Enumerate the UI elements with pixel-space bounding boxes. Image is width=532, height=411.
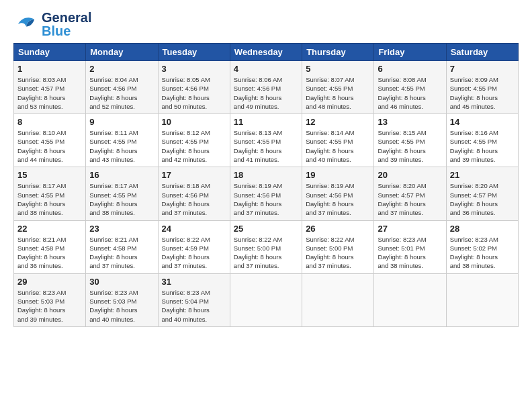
day-cell: 18 Sunrise: 8:19 AMSunset: 4:56 PMDaylig… bbox=[230, 167, 302, 220]
day-cell: 5 Sunrise: 8:07 AMSunset: 4:55 PMDayligh… bbox=[302, 61, 374, 114]
day-number: 22 bbox=[17, 224, 82, 234]
header-saturday: Saturday bbox=[446, 44, 518, 61]
day-number: 12 bbox=[306, 117, 370, 127]
week-row-4: 22 Sunrise: 8:21 AMSunset: 4:58 PMDaylig… bbox=[14, 220, 519, 273]
day-number: 30 bbox=[89, 277, 154, 287]
header-thursday: Thursday bbox=[302, 44, 374, 61]
header-monday: Monday bbox=[86, 44, 158, 61]
header-tuesday: Tuesday bbox=[158, 44, 230, 61]
day-number: 23 bbox=[89, 224, 154, 234]
day-cell bbox=[374, 273, 446, 326]
day-detail: Sunrise: 8:15 AMSunset: 4:55 PMDaylight:… bbox=[378, 128, 442, 164]
day-number: 1 bbox=[17, 64, 82, 74]
day-number: 25 bbox=[234, 224, 298, 234]
day-cell bbox=[302, 273, 374, 326]
day-number: 20 bbox=[378, 170, 442, 180]
day-detail: Sunrise: 8:21 AMSunset: 4:58 PMDaylight:… bbox=[89, 235, 154, 271]
day-number: 11 bbox=[234, 117, 298, 127]
day-detail: Sunrise: 8:14 AMSunset: 4:55 PMDaylight:… bbox=[306, 128, 370, 164]
day-detail: Sunrise: 8:10 AMSunset: 4:55 PMDaylight:… bbox=[17, 128, 82, 164]
day-cell: 21 Sunrise: 8:20 AMSunset: 4:57 PMDaylig… bbox=[446, 167, 518, 220]
calendar-table: Sunday Monday Tuesday Wednesday Thursday… bbox=[13, 43, 519, 327]
day-number: 19 bbox=[306, 170, 370, 180]
day-cell bbox=[446, 273, 518, 326]
day-detail: Sunrise: 8:05 AMSunset: 4:56 PMDaylight:… bbox=[162, 75, 226, 111]
day-cell: 9 Sunrise: 8:11 AMSunset: 4:55 PMDayligh… bbox=[86, 114, 158, 167]
day-detail: Sunrise: 8:21 AMSunset: 4:58 PMDaylight:… bbox=[17, 235, 82, 271]
day-cell: 19 Sunrise: 8:19 AMSunset: 4:56 PMDaylig… bbox=[302, 167, 374, 220]
day-detail: Sunrise: 8:03 AMSunset: 4:57 PMDaylight:… bbox=[17, 75, 82, 111]
day-detail: Sunrise: 8:17 AMSunset: 4:55 PMDaylight:… bbox=[89, 181, 154, 217]
day-number: 26 bbox=[306, 224, 370, 234]
day-detail: Sunrise: 8:23 AMSunset: 5:03 PMDaylight:… bbox=[89, 288, 154, 324]
logo-text-block: General Blue bbox=[42, 11, 91, 38]
day-detail: Sunrise: 8:23 AMSunset: 5:04 PMDaylight:… bbox=[162, 288, 226, 324]
day-detail: Sunrise: 8:04 AMSunset: 4:56 PMDaylight:… bbox=[89, 75, 154, 111]
day-number: 8 bbox=[17, 117, 82, 127]
day-cell: 14 Sunrise: 8:16 AMSunset: 4:55 PMDaylig… bbox=[446, 114, 518, 167]
day-cell: 7 Sunrise: 8:09 AMSunset: 4:55 PMDayligh… bbox=[446, 61, 518, 114]
logo-icon bbox=[13, 11, 39, 37]
day-number: 9 bbox=[89, 117, 154, 127]
day-cell: 27 Sunrise: 8:23 AMSunset: 5:01 PMDaylig… bbox=[374, 220, 446, 273]
weekday-header-row: Sunday Monday Tuesday Wednesday Thursday… bbox=[14, 44, 519, 61]
calendar-page: General Blue Sunday Monday Tuesday Wedne… bbox=[0, 0, 532, 411]
day-number: 4 bbox=[234, 64, 298, 74]
day-number: 13 bbox=[378, 117, 442, 127]
day-detail: Sunrise: 8:19 AMSunset: 4:56 PMDaylight:… bbox=[306, 181, 370, 217]
day-cell: 15 Sunrise: 8:17 AMSunset: 4:55 PMDaylig… bbox=[14, 167, 86, 220]
day-detail: Sunrise: 8:23 AMSunset: 5:03 PMDaylight:… bbox=[17, 288, 82, 324]
week-row-1: 1 Sunrise: 8:03 AMSunset: 4:57 PMDayligh… bbox=[14, 61, 519, 114]
logo: General Blue bbox=[13, 11, 91, 38]
logo-blue: Blue bbox=[42, 24, 71, 38]
day-detail: Sunrise: 8:09 AMSunset: 4:55 PMDaylight:… bbox=[450, 75, 515, 111]
header: General Blue bbox=[13, 11, 519, 38]
day-detail: Sunrise: 8:17 AMSunset: 4:55 PMDaylight:… bbox=[17, 181, 82, 217]
logo-name: General Blue bbox=[42, 11, 91, 38]
day-detail: Sunrise: 8:20 AMSunset: 4:57 PMDaylight:… bbox=[378, 181, 442, 217]
day-detail: Sunrise: 8:18 AMSunset: 4:56 PMDaylight:… bbox=[162, 181, 226, 217]
day-number: 7 bbox=[450, 64, 515, 74]
day-cell: 23 Sunrise: 8:21 AMSunset: 4:58 PMDaylig… bbox=[86, 220, 158, 273]
day-cell: 8 Sunrise: 8:10 AMSunset: 4:55 PMDayligh… bbox=[14, 114, 86, 167]
day-cell: 4 Sunrise: 8:06 AMSunset: 4:56 PMDayligh… bbox=[230, 61, 302, 114]
day-detail: Sunrise: 8:22 AMSunset: 5:00 PMDaylight:… bbox=[234, 235, 298, 271]
day-number: 17 bbox=[162, 170, 226, 180]
day-number: 21 bbox=[450, 170, 515, 180]
day-cell: 13 Sunrise: 8:15 AMSunset: 4:55 PMDaylig… bbox=[374, 114, 446, 167]
day-number: 31 bbox=[162, 277, 226, 287]
week-row-5: 29 Sunrise: 8:23 AMSunset: 5:03 PMDaylig… bbox=[14, 273, 519, 326]
week-row-2: 8 Sunrise: 8:10 AMSunset: 4:55 PMDayligh… bbox=[14, 114, 519, 167]
day-cell: 22 Sunrise: 8:21 AMSunset: 4:58 PMDaylig… bbox=[14, 220, 86, 273]
day-detail: Sunrise: 8:06 AMSunset: 4:56 PMDaylight:… bbox=[234, 75, 298, 111]
day-cell: 6 Sunrise: 8:08 AMSunset: 4:55 PMDayligh… bbox=[374, 61, 446, 114]
day-number: 15 bbox=[17, 170, 82, 180]
day-cell: 17 Sunrise: 8:18 AMSunset: 4:56 PMDaylig… bbox=[158, 167, 230, 220]
header-wednesday: Wednesday bbox=[230, 44, 302, 61]
day-number: 16 bbox=[89, 170, 154, 180]
header-friday: Friday bbox=[374, 44, 446, 61]
day-number: 29 bbox=[17, 277, 82, 287]
day-cell: 1 Sunrise: 8:03 AMSunset: 4:57 PMDayligh… bbox=[14, 61, 86, 114]
day-cell: 20 Sunrise: 8:20 AMSunset: 4:57 PMDaylig… bbox=[374, 167, 446, 220]
day-cell: 2 Sunrise: 8:04 AMSunset: 4:56 PMDayligh… bbox=[86, 61, 158, 114]
day-detail: Sunrise: 8:23 AMSunset: 5:02 PMDaylight:… bbox=[450, 235, 515, 271]
day-cell: 30 Sunrise: 8:23 AMSunset: 5:03 PMDaylig… bbox=[86, 273, 158, 326]
day-number: 28 bbox=[450, 224, 515, 234]
day-detail: Sunrise: 8:22 AMSunset: 5:00 PMDaylight:… bbox=[306, 235, 370, 271]
day-detail: Sunrise: 8:13 AMSunset: 4:55 PMDaylight:… bbox=[234, 128, 298, 164]
day-number: 3 bbox=[162, 64, 226, 74]
day-cell: 31 Sunrise: 8:23 AMSunset: 5:04 PMDaylig… bbox=[158, 273, 230, 326]
day-cell: 25 Sunrise: 8:22 AMSunset: 5:00 PMDaylig… bbox=[230, 220, 302, 273]
logo-general: General bbox=[42, 10, 91, 25]
day-cell: 10 Sunrise: 8:12 AMSunset: 4:55 PMDaylig… bbox=[158, 114, 230, 167]
day-cell: 28 Sunrise: 8:23 AMSunset: 5:02 PMDaylig… bbox=[446, 220, 518, 273]
day-number: 2 bbox=[89, 64, 154, 74]
day-number: 18 bbox=[234, 170, 298, 180]
day-cell: 3 Sunrise: 8:05 AMSunset: 4:56 PMDayligh… bbox=[158, 61, 230, 114]
day-cell: 16 Sunrise: 8:17 AMSunset: 4:55 PMDaylig… bbox=[86, 167, 158, 220]
day-detail: Sunrise: 8:08 AMSunset: 4:55 PMDaylight:… bbox=[378, 75, 442, 111]
day-cell: 29 Sunrise: 8:23 AMSunset: 5:03 PMDaylig… bbox=[14, 273, 86, 326]
day-number: 14 bbox=[450, 117, 515, 127]
day-cell: 11 Sunrise: 8:13 AMSunset: 4:55 PMDaylig… bbox=[230, 114, 302, 167]
